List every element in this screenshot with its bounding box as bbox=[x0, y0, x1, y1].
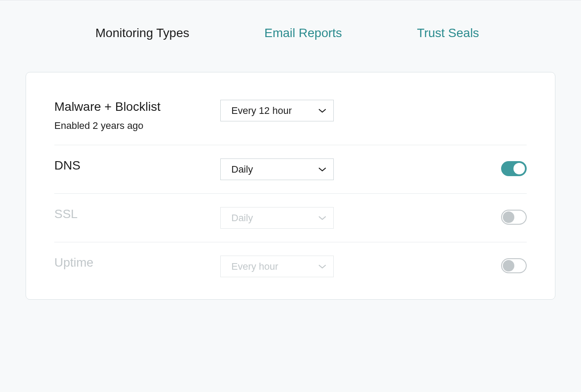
frequency-value: Every hour bbox=[231, 261, 278, 272]
frequency-select-malware[interactable]: Every 12 hour bbox=[220, 100, 334, 121]
row-malware-blocklist: Malware + Blocklist Enabled 2 years ago … bbox=[54, 100, 527, 145]
row-subtitle-malware: Enabled 2 years ago bbox=[54, 120, 220, 132]
toggle-uptime[interactable] bbox=[501, 258, 527, 273]
tab-monitoring-types[interactable]: Monitoring Types bbox=[95, 26, 189, 40]
toggle-knob bbox=[503, 211, 514, 223]
row-title-uptime: Uptime bbox=[54, 256, 220, 270]
row-label-group: Uptime bbox=[54, 256, 220, 270]
frequency-value: Daily bbox=[231, 164, 253, 175]
frequency-value: Every 12 hour bbox=[231, 105, 292, 117]
frequency-select-wrap: Every hour bbox=[220, 256, 334, 277]
frequency-select-dns[interactable]: Daily bbox=[220, 158, 334, 180]
chevron-down-icon bbox=[318, 215, 326, 221]
tabs-nav: Monitoring Types Email Reports Trust Sea… bbox=[0, 0, 581, 40]
row-label-group: SSL bbox=[54, 207, 220, 221]
row-title-malware: Malware + Blocklist bbox=[54, 100, 220, 114]
row-dns: DNS Daily bbox=[54, 145, 527, 194]
toggle-column bbox=[501, 158, 527, 176]
row-label-group: DNS bbox=[54, 158, 220, 173]
row-uptime: Uptime Every hour bbox=[54, 242, 527, 277]
tab-trust-seals[interactable]: Trust Seals bbox=[417, 26, 479, 40]
chevron-down-icon bbox=[318, 108, 326, 113]
row-label-group: Malware + Blocklist Enabled 2 years ago bbox=[54, 100, 220, 132]
chevron-down-icon bbox=[318, 167, 326, 172]
toggle-column bbox=[501, 207, 527, 225]
toggle-ssl[interactable] bbox=[501, 210, 527, 225]
frequency-select-wrap: Daily bbox=[220, 158, 334, 180]
chevron-down-icon bbox=[318, 264, 326, 269]
frequency-select-wrap: Every 12 hour bbox=[220, 100, 334, 121]
row-title-ssl: SSL bbox=[54, 207, 220, 221]
toggle-column bbox=[501, 256, 527, 273]
row-title-dns: DNS bbox=[54, 158, 220, 173]
toggle-knob bbox=[503, 260, 514, 271]
row-ssl: SSL Daily bbox=[54, 194, 527, 242]
monitoring-panel: Malware + Blocklist Enabled 2 years ago … bbox=[26, 72, 555, 300]
frequency-select-ssl: Daily bbox=[220, 207, 334, 229]
tab-email-reports[interactable]: Email Reports bbox=[264, 26, 342, 40]
toggle-knob bbox=[513, 163, 525, 174]
frequency-value: Daily bbox=[231, 212, 253, 224]
toggle-dns[interactable] bbox=[501, 161, 527, 176]
frequency-select-uptime: Every hour bbox=[220, 256, 334, 277]
frequency-select-wrap: Daily bbox=[220, 207, 334, 229]
